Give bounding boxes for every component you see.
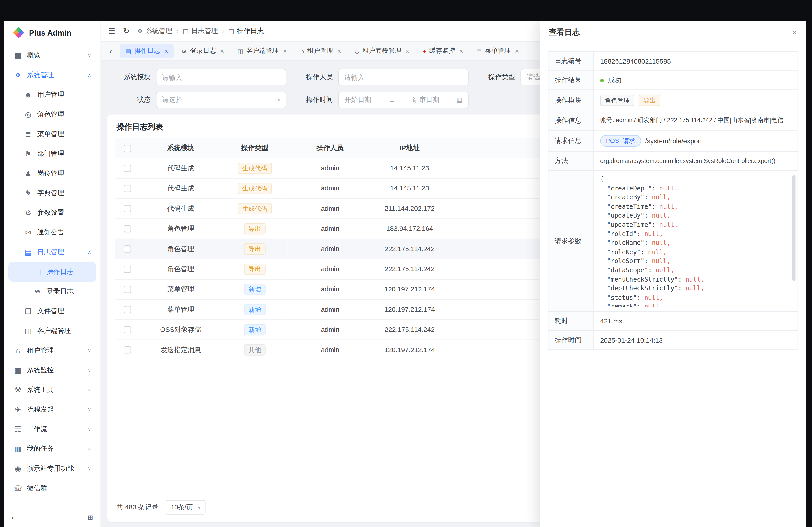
json-colon: :: [644, 239, 652, 246]
select-all-checkbox[interactable]: [124, 145, 131, 152]
sidebar-item-my-tasks[interactable]: ▥ 我的任务 ∨: [8, 439, 96, 459]
chevron-down-icon: ▾: [278, 97, 280, 103]
page-size-select[interactable]: 10条/页 ▾: [166, 500, 206, 515]
log-detail-table: 日志编号 1882612840802115585 操作结果 成功 操作模块: [548, 51, 798, 350]
tab-label: 登录日志: [190, 47, 216, 56]
sidebar-item-log-management[interactable]: ▤ 日志管理 ∧: [8, 242, 96, 262]
sidebar-item-label: 菜单管理: [37, 130, 64, 139]
refresh-icon[interactable]: ↻: [123, 26, 129, 35]
json-value: null,: [685, 276, 704, 283]
sidebar-item-dict-management[interactable]: ✎ 字典管理: [8, 183, 96, 203]
breadcrumb-label: 操作日志: [237, 26, 264, 35]
row-checkbox[interactable]: [124, 185, 131, 192]
breadcrumb-item-system[interactable]: ❖ 系统管理: [137, 26, 172, 35]
hamburger-icon[interactable]: ☰: [108, 26, 115, 35]
row-checkbox[interactable]: [124, 165, 131, 172]
column-header-ip: IP地址: [373, 138, 446, 158]
tab-operation-log[interactable]: ▤ 操作日志 ×: [119, 44, 174, 58]
sidebar-item-dept-management[interactable]: ⚑ 部门管理: [8, 144, 96, 163]
chevron-down-icon: ∨: [88, 466, 91, 471]
sidebar-item-system-tools[interactable]: ⚒ 系统工具 ∨: [8, 380, 96, 400]
sidebar-item-demo-features[interactable]: ◉ 演示站专用功能 ∨: [8, 459, 96, 478]
chevron-down-icon: ∨: [88, 426, 91, 432]
sidebar-item-post-management[interactable]: ♟ 岗位管理: [8, 164, 96, 183]
row-checkbox[interactable]: [124, 225, 131, 232]
detail-label: 方法: [548, 151, 594, 171]
tabs-scroll-left-icon[interactable]: ‹: [104, 44, 117, 58]
tab-cache-monitor[interactable]: ♦ 缓存监控 ×: [417, 44, 469, 58]
operation-log-icon: ▤: [229, 28, 234, 35]
json-colon: :: [678, 285, 685, 292]
sidebar-item-flow-start[interactable]: ✈ 流程发起 ∨: [8, 400, 96, 419]
sidebar-item-system-monitor[interactable]: ▣ 系统监控 ∨: [8, 360, 96, 380]
sidebar-item-operation-log[interactable]: ▤ 操作日志: [8, 262, 96, 282]
operation-type-tag: 其他: [244, 344, 265, 356]
sidebar-item-label: 客户端管理: [37, 326, 71, 335]
tab-close-icon[interactable]: ×: [406, 47, 409, 55]
tab-login-log[interactable]: ≋ 登录日志 ×: [176, 44, 230, 58]
sidebar-item-overview[interactable]: ▦ 概览 ∨: [8, 46, 96, 65]
row-checkbox[interactable]: [124, 286, 131, 293]
tab-close-icon[interactable]: ×: [459, 47, 463, 55]
json-colon: :: [641, 249, 648, 256]
tab-tenant-management[interactable]: ⌂ 租户管理 ×: [294, 44, 347, 58]
row-checkbox[interactable]: [124, 306, 131, 313]
tab-tenant-package[interactable]: ◇ 租户套餐管理 ×: [349, 44, 415, 58]
row-checkbox[interactable]: [124, 326, 131, 334]
module-input[interactable]: [156, 69, 287, 85]
cell-module: 代码生成: [140, 178, 222, 198]
sidebar-item-system-management[interactable]: ❖ 系统管理 ∧: [8, 65, 96, 85]
status-select[interactable]: 请选择 ▾: [156, 91, 287, 108]
tools-icon: ⚒: [14, 386, 22, 394]
breadcrumb-item-operation-log: ▤ 操作日志: [229, 26, 264, 35]
date-range-input[interactable]: 开始日期 → 结束日期 ▦: [338, 91, 469, 108]
sidebar-item-tenant-management[interactable]: ⌂ 租户管理 ∨: [8, 341, 96, 360]
app-logo[interactable]: Plus Admin: [4, 21, 100, 45]
module-input-field[interactable]: [162, 73, 280, 81]
filter-label-status: 状态: [117, 95, 151, 105]
tab-menu-management[interactable]: ≣ 菜单管理 ×: [471, 44, 525, 58]
json-key: "dataScope": [607, 267, 648, 274]
operator-input-field[interactable]: [345, 73, 462, 81]
detail-value-result: 成功: [608, 76, 621, 85]
json-colon: :: [637, 303, 644, 307]
scrollbar-thumb[interactable]: [792, 175, 796, 281]
dict-icon: ✎: [24, 189, 33, 197]
sidebar-item-menu-management[interactable]: ≣ 菜单管理: [8, 124, 96, 144]
breadcrumb-item-log[interactable]: ▤ 日志管理: [183, 26, 218, 35]
end-date-placeholder: 结束日期: [412, 95, 439, 105]
sidebar-item-file-management[interactable]: ❐ 文件管理: [8, 301, 96, 321]
operator-input[interactable]: [338, 69, 469, 85]
sidebar-item-role-management[interactable]: ◎ 角色管理: [8, 105, 96, 124]
json-value: null,: [644, 294, 663, 301]
cell-operator: admin: [287, 340, 373, 360]
sidebar-item-notice[interactable]: ✉ 通知公告: [8, 223, 96, 242]
sidebar-item-workflow[interactable]: ☴ 工作流 ∨: [8, 419, 96, 439]
row-checkbox[interactable]: [124, 205, 131, 212]
tab-close-icon[interactable]: ×: [337, 47, 341, 55]
json-colon: :: [652, 203, 659, 210]
tab-close-icon[interactable]: ×: [164, 47, 168, 55]
sidebar-item-login-log[interactable]: ≋ 登录日志: [8, 282, 96, 301]
tab-close-icon[interactable]: ×: [220, 47, 224, 55]
operation-type-tag: 导出: [244, 243, 265, 255]
request-params-code[interactable]: { "createDept": null, "createBy": null, …: [600, 175, 791, 307]
row-checkbox[interactable]: [124, 346, 131, 353]
json-key: "remark": [607, 303, 637, 307]
sidebar-item-user-management[interactable]: ☻ 用户管理: [8, 85, 96, 105]
collapse-sidebar-icon[interactable]: «: [12, 513, 15, 521]
app-window: Plus Admin ▦ 概览 ∨ ❖ 系统管理 ∧ ☻ 用户管理 ◎ 角色管理: [4, 21, 806, 527]
sidebar-item-client-management[interactable]: ◫ 客户端管理: [8, 321, 96, 341]
tab-label: 菜单管理: [485, 47, 511, 56]
tab-close-icon[interactable]: ×: [283, 47, 287, 55]
close-icon[interactable]: ×: [792, 28, 797, 36]
row-checkbox[interactable]: [124, 266, 131, 273]
sidebar-item-param-settings[interactable]: ⚙ 参数设置: [8, 203, 96, 223]
operation-log-icon: ▤: [33, 268, 42, 276]
row-checkbox[interactable]: [124, 245, 131, 253]
sidebar-item-wechat-group[interactable]: ☏ 微信群: [8, 478, 96, 498]
tab-close-icon[interactable]: ×: [515, 47, 519, 55]
panel-pin-icon[interactable]: ⊞: [88, 513, 93, 521]
sidebar-item-label: 租户管理: [27, 346, 54, 355]
tab-client-management[interactable]: ◫ 客户端管理 ×: [232, 44, 293, 58]
